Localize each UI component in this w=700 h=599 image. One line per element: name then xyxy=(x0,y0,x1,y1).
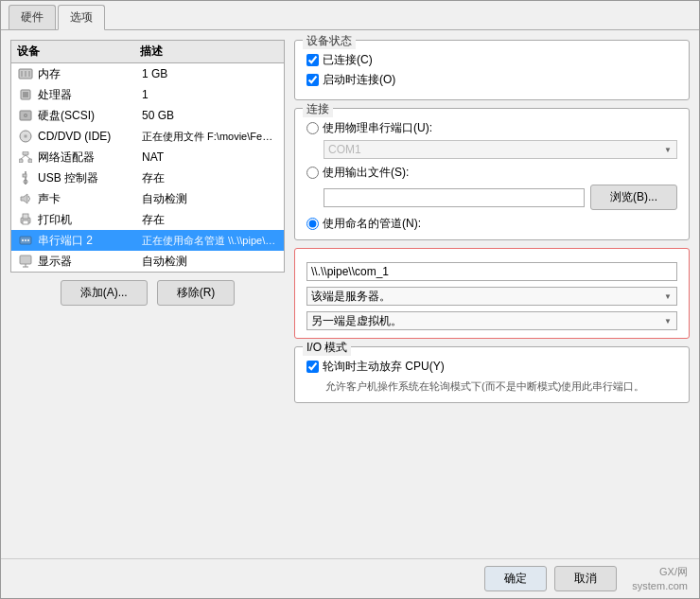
content-area: 设备 描述 内存 1 GB xyxy=(1,30,699,558)
device-name-sound: 声卡 xyxy=(38,191,142,207)
client-option-select[interactable]: 另一端是虚拟机。 另一端是应用程序。 xyxy=(306,311,677,330)
device-row-memory[interactable]: 内存 1 GB xyxy=(11,63,284,84)
device-table-header: 设备 描述 xyxy=(11,41,284,63)
poll-label: 轮询时主动放弃 CPU(Y) xyxy=(323,359,445,375)
svg-rect-28 xyxy=(20,255,31,264)
tab-bar: 硬件 选项 xyxy=(1,1,699,30)
device-row-cdrom[interactable]: CD/DVD (IDE) 正在使用文件 F:\movie\Fedora-Live… xyxy=(11,126,284,147)
com-port-select[interactable]: COM1 xyxy=(324,140,677,159)
device-name-usb: USB 控制器 xyxy=(38,170,142,186)
watermark: GX/网 system.com xyxy=(632,565,688,592)
tab-hardware[interactable]: 硬件 xyxy=(9,5,56,29)
poll-checkbox[interactable] xyxy=(306,361,319,373)
cancel-button[interactable]: 取消 xyxy=(554,566,617,591)
sound-icon xyxy=(17,192,34,205)
svg-point-25 xyxy=(22,239,24,241)
server-option-select[interactable]: 该端是服务器。 该端是客户端。 xyxy=(306,287,677,306)
device-list-panel: 设备 描述 内存 1 GB xyxy=(10,40,285,273)
left-section: 设备 描述 内存 1 GB xyxy=(10,40,285,549)
device-row-display[interactable]: 显示器 自动检测 xyxy=(11,251,284,272)
device-name-serial2: 串行端口 2 xyxy=(38,233,142,249)
com-port-select-wrapper: COM1 xyxy=(324,140,677,159)
memory-icon xyxy=(17,67,34,80)
device-summary-serial2: 正在使用命名管道 \\.\\pipe\\com_1 xyxy=(142,234,278,248)
physical-port-radio[interactable] xyxy=(306,122,319,134)
svg-rect-22 xyxy=(23,214,28,219)
com-port-wrapper: COM1 xyxy=(324,140,677,159)
pipe-path-input[interactable] xyxy=(306,262,677,281)
svg-rect-12 xyxy=(23,151,28,155)
svg-rect-14 xyxy=(28,159,32,163)
svg-point-11 xyxy=(25,135,26,137)
svg-rect-5 xyxy=(23,92,28,97)
device-list: 内存 1 GB 处理器 1 xyxy=(11,63,284,272)
output-file-input-row: 浏览(B)... xyxy=(324,185,677,210)
device-summary-cdrom: 正在使用文件 F:\movie\Fedora-Live-... xyxy=(142,130,278,144)
right-panel: 设备状态 已连接(C) 启动时连接(O) 连接 xyxy=(294,40,690,549)
device-name-printer: 打印机 xyxy=(38,212,142,228)
device-summary-usb: 存在 xyxy=(142,170,278,186)
device-summary-display: 自动检测 xyxy=(142,254,278,270)
device-row-printer[interactable]: 打印机 存在 xyxy=(11,209,284,230)
svg-line-16 xyxy=(26,155,30,159)
svg-marker-20 xyxy=(21,194,27,203)
client-option-wrapper: 另一端是虚拟机。 另一端是应用程序。 xyxy=(306,311,677,330)
svg-point-27 xyxy=(27,239,29,241)
output-file-radio[interactable] xyxy=(306,167,319,179)
device-summary-disk: 50 GB xyxy=(142,109,278,122)
connect-on-boot-checkbox[interactable] xyxy=(306,74,319,86)
connect-on-boot-label: 启动时连接(O) xyxy=(323,72,395,88)
device-row-serial2[interactable]: 串行端口 2 正在使用命名管道 \\.\\pipe\\com_1 xyxy=(11,230,284,251)
bottom-buttons: 添加(A)... 移除(R) xyxy=(10,273,285,309)
physical-port-label: 使用物理串行端口(U): xyxy=(323,120,432,136)
svg-point-26 xyxy=(25,239,26,241)
device-summary-cpu: 1 xyxy=(142,88,278,101)
svg-line-15 xyxy=(21,155,26,159)
physical-port-row: 使用物理串行端口(U): xyxy=(306,120,677,136)
cdrom-icon xyxy=(17,130,34,143)
add-button[interactable]: 添加(A)... xyxy=(61,280,148,306)
svg-rect-1 xyxy=(21,71,23,77)
device-row-sound[interactable]: 声卡 自动检测 xyxy=(11,188,284,209)
io-mode-content: 轮询时主动放弃 CPU(Y) 允许客户机操作系统在轮询模式下(而不是中断模式)使… xyxy=(306,359,677,395)
device-row-network[interactable]: 网络适配器 NAT xyxy=(11,147,284,167)
device-row-usb[interactable]: USB 控制器 存在 xyxy=(11,167,284,188)
device-summary-network: NAT xyxy=(142,150,278,164)
device-row-disk[interactable]: 硬盘(SCSI) 50 GB xyxy=(11,105,284,126)
connection-content: 使用物理串行端口(U): COM1 使用输出文件(S): xyxy=(306,120,677,232)
output-file-row: 使用输出文件(S): xyxy=(306,165,677,181)
device-summary-sound: 自动检测 xyxy=(142,191,278,207)
svg-rect-2 xyxy=(25,71,26,77)
browse-button[interactable]: 浏览(B)... xyxy=(590,185,677,210)
disk-icon xyxy=(17,109,34,122)
output-file-label: 使用输出文件(S): xyxy=(323,165,409,181)
device-status-section: 设备状态 已连接(C) 启动时连接(O) xyxy=(294,40,690,100)
server-option-wrapper: 该端是服务器。 该端是客户端。 xyxy=(306,287,677,306)
device-name-cpu: 处理器 xyxy=(38,87,142,103)
svg-rect-13 xyxy=(19,159,23,163)
tab-options[interactable]: 选项 xyxy=(58,5,105,30)
poll-checkbox-row: 轮询时主动放弃 CPU(Y) xyxy=(306,359,677,375)
output-file-input[interactable] xyxy=(324,188,585,207)
main-dialog: 硬件 选项 设备 描述 内存 1 GB xyxy=(0,0,700,599)
col-header-summary: 描述 xyxy=(140,44,278,60)
device-name-display: 显示器 xyxy=(38,254,142,270)
device-name-memory: 内存 xyxy=(38,66,142,82)
io-mode-title: I/O 模式 xyxy=(303,340,351,356)
io-mode-section: I/O 模式 轮询时主动放弃 CPU(Y) 允许客户机操作系统在轮询模式下(而不… xyxy=(294,346,690,403)
device-status-content: 已连接(C) 启动时连接(O) xyxy=(306,52,677,88)
device-status-title: 设备状态 xyxy=(303,33,356,49)
device-row-cpu[interactable]: 处理器 1 xyxy=(11,84,284,105)
col-header-device: 设备 xyxy=(17,44,140,60)
device-summary-memory: 1 GB xyxy=(142,67,278,80)
named-pipe-content: 该端是服务器。 该端是客户端。 另一端是虚拟机。 另一端是应用程序。 xyxy=(306,262,677,330)
ok-button[interactable]: 确定 xyxy=(484,566,547,591)
named-pipe-radio[interactable] xyxy=(306,218,319,230)
connected-checkbox[interactable] xyxy=(306,54,319,66)
remove-button[interactable]: 移除(R) xyxy=(157,280,236,306)
svg-rect-3 xyxy=(28,71,30,77)
io-description: 允许客户机操作系统在轮询模式下(而不是中断模式)使用此串行端口。 xyxy=(325,379,677,395)
connected-label: 已连接(C) xyxy=(323,52,373,68)
device-name-disk: 硬盘(SCSI) xyxy=(38,108,142,124)
device-name-network: 网络适配器 xyxy=(38,150,142,166)
